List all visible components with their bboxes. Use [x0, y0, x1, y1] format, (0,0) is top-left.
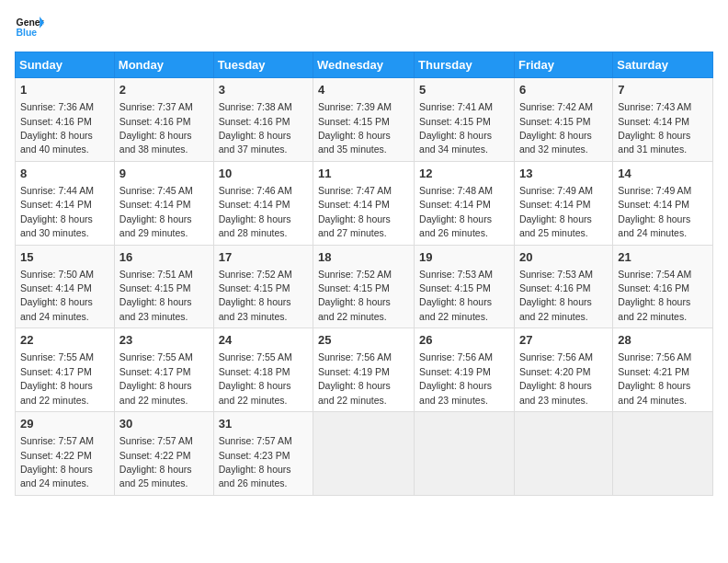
day-number: 15 — [20, 249, 109, 266]
day-info: Sunrise: 7:55 AMSunset: 4:17 PMDaylight:… — [119, 351, 193, 405]
week-row-5: 29Sunrise: 7:57 AMSunset: 4:22 PMDayligh… — [16, 412, 713, 496]
day-number: 8 — [20, 166, 109, 182]
day-info: Sunrise: 7:52 AMSunset: 4:15 PMDaylight:… — [219, 269, 292, 322]
day-number: 29 — [20, 416, 109, 432]
day-info: Sunrise: 7:49 AMSunset: 4:14 PMDaylight:… — [618, 185, 691, 238]
day-cell-28: 28Sunrise: 7:56 AMSunset: 4:21 PMDayligh… — [613, 328, 713, 412]
day-cell-9: 9Sunrise: 7:45 AMSunset: 4:14 PMDaylight… — [114, 161, 213, 245]
day-info: Sunrise: 7:52 AMSunset: 4:15 PMDaylight:… — [318, 269, 392, 322]
day-number: 16 — [119, 249, 209, 266]
empty-cell — [313, 412, 415, 496]
day-number: 2 — [119, 82, 209, 98]
day-info: Sunrise: 7:37 AMSunset: 4:16 PMDaylight:… — [119, 101, 193, 155]
day-info: Sunrise: 7:51 AMSunset: 4:15 PMDaylight:… — [119, 269, 193, 322]
day-number: 23 — [119, 332, 209, 349]
page-header: General Blue — [15, 15, 713, 40]
day-info: Sunrise: 7:39 AMSunset: 4:15 PMDaylight:… — [318, 101, 392, 155]
day-number: 7 — [618, 82, 708, 98]
day-cell-27: 27Sunrise: 7:56 AMSunset: 4:20 PMDayligh… — [514, 328, 612, 412]
day-info: Sunrise: 7:38 AMSunset: 4:16 PMDaylight:… — [219, 101, 292, 155]
day-number: 22 — [20, 332, 109, 349]
day-cell-25: 25Sunrise: 7:56 AMSunset: 4:19 PMDayligh… — [313, 328, 415, 412]
header-row: SundayMondayTuesdayWednesdayThursdayFrid… — [16, 52, 713, 78]
day-cell-24: 24Sunrise: 7:55 AMSunset: 4:18 PMDayligh… — [213, 328, 313, 412]
day-number: 17 — [219, 249, 308, 266]
day-cell-6: 6Sunrise: 7:42 AMSunset: 4:15 PMDaylight… — [514, 78, 612, 162]
empty-cell — [415, 412, 515, 496]
day-cell-20: 20Sunrise: 7:53 AMSunset: 4:16 PMDayligh… — [514, 245, 612, 328]
svg-text:Blue: Blue — [17, 28, 38, 38]
day-info: Sunrise: 7:47 AMSunset: 4:14 PMDaylight:… — [318, 185, 392, 238]
empty-cell — [514, 412, 612, 496]
week-row-3: 15Sunrise: 7:50 AMSunset: 4:14 PMDayligh… — [16, 245, 713, 328]
day-number: 24 — [219, 332, 308, 349]
day-cell-8: 8Sunrise: 7:44 AMSunset: 4:14 PMDaylight… — [16, 161, 115, 245]
day-info: Sunrise: 7:45 AMSunset: 4:14 PMDaylight:… — [119, 185, 193, 238]
day-cell-10: 10Sunrise: 7:46 AMSunset: 4:14 PMDayligh… — [213, 161, 313, 245]
day-cell-3: 3Sunrise: 7:38 AMSunset: 4:16 PMDaylight… — [213, 78, 313, 162]
day-info: Sunrise: 7:57 AMSunset: 4:22 PMDaylight:… — [20, 435, 94, 488]
week-row-1: 1Sunrise: 7:36 AMSunset: 4:16 PMDaylight… — [16, 78, 713, 162]
day-number: 27 — [519, 332, 608, 349]
day-number: 10 — [219, 166, 308, 182]
week-row-2: 8Sunrise: 7:44 AMSunset: 4:14 PMDaylight… — [16, 161, 713, 245]
day-info: Sunrise: 7:46 AMSunset: 4:14 PMDaylight:… — [219, 185, 292, 238]
day-cell-19: 19Sunrise: 7:53 AMSunset: 4:15 PMDayligh… — [415, 245, 515, 328]
day-info: Sunrise: 7:49 AMSunset: 4:14 PMDaylight:… — [519, 185, 593, 238]
day-number: 19 — [419, 249, 509, 266]
day-number: 3 — [219, 82, 308, 98]
week-row-4: 22Sunrise: 7:55 AMSunset: 4:17 PMDayligh… — [16, 328, 713, 412]
day-number: 21 — [618, 249, 708, 266]
day-info: Sunrise: 7:48 AMSunset: 4:14 PMDaylight:… — [419, 185, 493, 238]
day-cell-13: 13Sunrise: 7:49 AMSunset: 4:14 PMDayligh… — [514, 161, 612, 245]
day-number: 4 — [318, 82, 409, 98]
logo: General Blue — [15, 15, 44, 40]
day-cell-7: 7Sunrise: 7:43 AMSunset: 4:14 PMDaylight… — [613, 78, 713, 162]
day-info: Sunrise: 7:54 AMSunset: 4:16 PMDaylight:… — [618, 269, 691, 322]
column-header-saturday: Saturday — [613, 52, 713, 78]
column-header-friday: Friday — [514, 52, 612, 78]
day-cell-12: 12Sunrise: 7:48 AMSunset: 4:14 PMDayligh… — [415, 161, 515, 245]
empty-cell — [613, 412, 713, 496]
day-number: 30 — [119, 416, 209, 432]
day-info: Sunrise: 7:55 AMSunset: 4:18 PMDaylight:… — [219, 351, 292, 405]
day-info: Sunrise: 7:53 AMSunset: 4:16 PMDaylight:… — [519, 269, 593, 322]
day-number: 11 — [318, 166, 409, 182]
calendar-table: SundayMondayTuesdayWednesdayThursdayFrid… — [15, 52, 713, 496]
logo-icon: General Blue — [15, 15, 44, 40]
day-cell-30: 30Sunrise: 7:57 AMSunset: 4:22 PMDayligh… — [114, 412, 213, 496]
day-number: 1 — [20, 82, 109, 98]
day-cell-23: 23Sunrise: 7:55 AMSunset: 4:17 PMDayligh… — [114, 328, 213, 412]
day-number: 25 — [318, 332, 409, 349]
day-number: 14 — [618, 166, 708, 182]
day-info: Sunrise: 7:56 AMSunset: 4:21 PMDaylight:… — [618, 351, 691, 405]
day-cell-21: 21Sunrise: 7:54 AMSunset: 4:16 PMDayligh… — [613, 245, 713, 328]
day-cell-26: 26Sunrise: 7:56 AMSunset: 4:19 PMDayligh… — [415, 328, 515, 412]
day-cell-16: 16Sunrise: 7:51 AMSunset: 4:15 PMDayligh… — [114, 245, 213, 328]
day-info: Sunrise: 7:36 AMSunset: 4:16 PMDaylight:… — [20, 101, 94, 155]
day-info: Sunrise: 7:43 AMSunset: 4:14 PMDaylight:… — [618, 101, 691, 155]
day-info: Sunrise: 7:56 AMSunset: 4:19 PMDaylight:… — [419, 351, 493, 405]
day-cell-15: 15Sunrise: 7:50 AMSunset: 4:14 PMDayligh… — [16, 245, 115, 328]
day-cell-1: 1Sunrise: 7:36 AMSunset: 4:16 PMDaylight… — [16, 78, 115, 162]
day-info: Sunrise: 7:57 AMSunset: 4:23 PMDaylight:… — [219, 435, 292, 488]
day-cell-5: 5Sunrise: 7:41 AMSunset: 4:15 PMDaylight… — [415, 78, 515, 162]
day-info: Sunrise: 7:42 AMSunset: 4:15 PMDaylight:… — [519, 101, 593, 155]
column-header-sunday: Sunday — [16, 52, 115, 78]
day-number: 31 — [219, 416, 308, 432]
column-header-tuesday: Tuesday — [213, 52, 313, 78]
day-info: Sunrise: 7:56 AMSunset: 4:20 PMDaylight:… — [519, 351, 593, 405]
day-cell-11: 11Sunrise: 7:47 AMSunset: 4:14 PMDayligh… — [313, 161, 415, 245]
day-number: 20 — [519, 249, 608, 266]
day-cell-18: 18Sunrise: 7:52 AMSunset: 4:15 PMDayligh… — [313, 245, 415, 328]
day-info: Sunrise: 7:44 AMSunset: 4:14 PMDaylight:… — [20, 185, 94, 238]
day-number: 9 — [119, 166, 209, 182]
day-cell-14: 14Sunrise: 7:49 AMSunset: 4:14 PMDayligh… — [613, 161, 713, 245]
day-number: 12 — [419, 166, 509, 182]
day-cell-2: 2Sunrise: 7:37 AMSunset: 4:16 PMDaylight… — [114, 78, 213, 162]
day-number: 26 — [419, 332, 509, 349]
day-number: 28 — [618, 332, 708, 349]
day-number: 13 — [519, 166, 608, 182]
day-cell-17: 17Sunrise: 7:52 AMSunset: 4:15 PMDayligh… — [213, 245, 313, 328]
column-header-monday: Monday — [114, 52, 213, 78]
